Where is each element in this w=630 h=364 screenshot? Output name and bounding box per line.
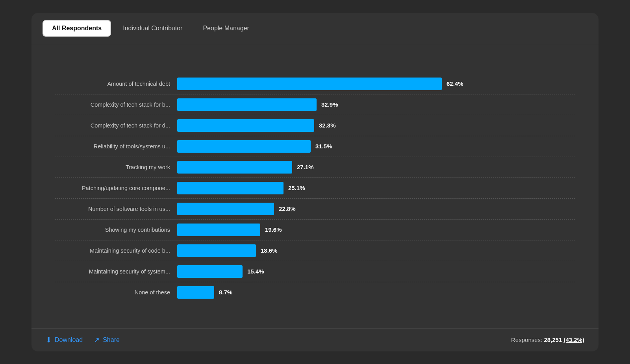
bar-label: Maintaining security of system... <box>55 268 177 275</box>
bar-label: Reliability of tools/systems u... <box>55 143 177 150</box>
bar-label: Tracking my work <box>55 164 177 170</box>
footer-left: ⬇ Download ↗ Share <box>46 336 120 344</box>
bar-track: 18.6% <box>177 244 575 257</box>
bar-row: Tracking my work27.1% <box>55 157 575 178</box>
main-card: All RespondentsIndividual ContributorPeo… <box>32 13 598 351</box>
bar-pct: 27.1% <box>297 164 314 170</box>
bar-track: 8.7% <box>177 286 575 299</box>
bar-row: Complexity of tech stack for d...32.3% <box>55 115 575 136</box>
bar-pct: 22.8% <box>279 205 296 212</box>
responses-info: Responses: 28,251 (43.2%) <box>511 336 584 343</box>
bar-pct: 32.9% <box>321 101 338 108</box>
bar-pct: 19.6% <box>265 226 282 233</box>
bar-fill <box>177 244 256 257</box>
tab-all[interactable]: All Respondents <box>43 20 111 37</box>
bar-label: Showing my contributions <box>55 227 177 233</box>
bar-track: 32.3% <box>177 119 575 132</box>
bar-label: Complexity of tech stack for d... <box>55 122 177 129</box>
chart-area: Amount of technical debt62.4%Complexity … <box>32 44 598 328</box>
bar-pct: 25.1% <box>288 185 305 191</box>
bar-fill <box>177 140 311 153</box>
bar-fill <box>177 224 260 236</box>
bar-row: Number of software tools in us...22.8% <box>55 199 575 220</box>
responses-prefix: Responses: <box>511 336 544 343</box>
bar-track: 62.4% <box>177 78 575 90</box>
bar-fill <box>177 161 292 174</box>
bar-label: None of these <box>55 289 177 296</box>
bar-track: 15.4% <box>177 265 575 278</box>
bar-pct: 31.5% <box>315 143 332 150</box>
bar-row: Complexity of tech stack for b...32.9% <box>55 94 575 115</box>
bar-track: 22.8% <box>177 203 575 215</box>
share-button[interactable]: ↗ Share <box>94 336 120 344</box>
bar-pct: 15.4% <box>247 268 264 275</box>
tab-individual[interactable]: Individual Contributor <box>114 21 191 36</box>
share-label: Share <box>103 336 120 344</box>
bar-track: 32.9% <box>177 98 575 111</box>
download-label: Download <box>55 336 83 344</box>
download-icon: ⬇ <box>46 336 52 344</box>
bar-track: 19.6% <box>177 224 575 236</box>
bar-row: Patching/updating core compone...25.1% <box>55 178 575 199</box>
bar-track: 25.1% <box>177 182 575 194</box>
bar-pct: 8.7% <box>219 289 232 296</box>
bar-pct: 18.6% <box>261 247 278 254</box>
tab-manager[interactable]: People Manager <box>194 21 258 36</box>
responses-pct: (43.2%) <box>563 336 584 343</box>
bar-row: Maintaining security of system...15.4% <box>55 261 575 282</box>
bar-pct: 32.3% <box>319 122 336 129</box>
bar-row: Showing my contributions19.6% <box>55 220 575 240</box>
responses-count: 28,251 <box>544 336 562 343</box>
bar-label: Number of software tools in us... <box>55 206 177 212</box>
bar-track: 27.1% <box>177 161 575 174</box>
bar-label: Amount of technical debt <box>55 81 177 87</box>
bar-fill <box>177 78 442 90</box>
bar-row: None of these8.7% <box>55 282 575 303</box>
bar-label: Complexity of tech stack for b... <box>55 102 177 108</box>
bar-fill <box>177 182 284 194</box>
share-icon: ↗ <box>94 336 100 344</box>
bar-row: Maintaining security of code b...18.6% <box>55 240 575 261</box>
bar-label: Maintaining security of code b... <box>55 248 177 254</box>
bar-track: 31.5% <box>177 140 575 153</box>
download-button[interactable]: ⬇ Download <box>46 336 83 344</box>
bar-row: Reliability of tools/systems u...31.5% <box>55 136 575 157</box>
tab-bar: All RespondentsIndividual ContributorPeo… <box>32 13 598 44</box>
bar-pct: 62.4% <box>447 80 463 87</box>
footer: ⬇ Download ↗ Share Responses: 28,251 (43… <box>32 328 598 351</box>
bar-label: Patching/updating core compone... <box>55 185 177 191</box>
bar-row: Amount of technical debt62.4% <box>55 74 575 94</box>
bar-fill <box>177 119 314 132</box>
bar-fill <box>177 265 243 278</box>
bar-fill <box>177 203 274 215</box>
bar-fill <box>177 98 317 111</box>
bar-fill <box>177 286 214 299</box>
